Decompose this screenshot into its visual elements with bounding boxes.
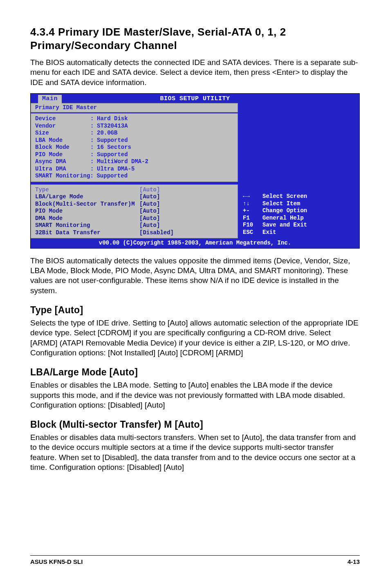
bios-panel-title: Primary IDE Master xyxy=(31,103,238,113)
bios-nav-label: Exit xyxy=(262,229,276,236)
body-lba: Enables or disables the LBA mode. Settin… xyxy=(30,380,360,410)
bios-option-row[interactable]: Type[Auto] xyxy=(35,186,233,194)
bios-option-value: [Auto] xyxy=(139,201,160,208)
bios-info-row: PIO Mode: Supported xyxy=(35,151,233,159)
bios-info-label: PIO Mode xyxy=(35,151,90,159)
bios-info-separator: : xyxy=(90,158,97,166)
bios-info-row: Device: Hard Disk xyxy=(35,115,233,123)
bios-option-label: 32Bit Data Transfer xyxy=(35,229,139,237)
bios-option-row[interactable]: SMART Monitoring[Auto] xyxy=(35,222,233,229)
bios-info-row: Block Mode: 16 Sectors xyxy=(35,144,233,151)
bios-info-label: Async DMA xyxy=(35,158,90,166)
bios-nav-label: Select Item xyxy=(262,200,300,208)
bios-nav-key: +- xyxy=(243,207,262,215)
bios-info-row: SMART Monitoring: Supported xyxy=(35,173,233,180)
bios-option-value: [Auto] xyxy=(139,208,160,215)
bios-info-value: 20.0GB xyxy=(97,130,117,137)
bios-info-separator: : xyxy=(90,144,97,151)
footer-page-number: 4-13 xyxy=(347,558,360,565)
bios-footer: v00.00 (C)Copyright 1985-2003, American … xyxy=(31,238,359,248)
bios-info-label: Size xyxy=(35,130,90,137)
bios-info-value: Ultra DMA-5 xyxy=(97,166,134,173)
bios-option-value: [Disabled] xyxy=(139,229,174,237)
bios-info-label: Device xyxy=(35,115,90,123)
heading-lba: LBA/Large Mode [Auto] xyxy=(30,367,360,378)
paragraph-dimmed-items: The BIOS automatically detects the value… xyxy=(30,256,360,296)
bios-nav-row: ESCExit xyxy=(243,229,354,236)
bios-option-value: [Auto] xyxy=(139,193,160,201)
bios-info-separator: : xyxy=(90,166,97,173)
bios-option-label: DMA Mode xyxy=(35,215,139,222)
bios-nav-row: F1General Help xyxy=(243,215,354,222)
bios-option-value: [Auto] xyxy=(139,215,160,222)
bios-nav-row: ←→Select Screen xyxy=(243,193,354,200)
bios-option-row[interactable]: PIO Mode[Auto] xyxy=(35,208,233,215)
bios-info-row: Size: 20.0GB xyxy=(35,130,233,137)
bios-info-label: Vendor xyxy=(35,123,90,130)
bios-nav-help: ←→Select Screen↑↓Select Item+-Change Opt… xyxy=(243,193,354,236)
bios-info-value: 16 Sectors xyxy=(97,144,131,151)
bios-nav-row: F10Save and Exit xyxy=(243,222,354,229)
bios-option-label: Block(Multi-Sector Transfer)M xyxy=(35,201,139,208)
bios-option-label: LBA/Large Mode xyxy=(35,193,139,201)
bios-info-separator: : xyxy=(90,130,97,137)
bios-info-separator: : xyxy=(90,123,97,130)
intro-paragraph: The BIOS automatically detects the conne… xyxy=(30,58,360,88)
body-block: Enables or disables data multi-sectors t… xyxy=(30,433,360,472)
bios-option-value: [Auto] xyxy=(139,186,160,194)
bios-option-value: [Auto] xyxy=(139,222,160,229)
bios-nav-row: ↑↓Select Item xyxy=(243,200,354,208)
bios-nav-key: ↑↓ xyxy=(243,200,262,208)
bios-info-separator: : xyxy=(90,115,97,123)
bios-info-separator: : xyxy=(90,173,96,180)
bios-info-label: LBA Mode xyxy=(35,137,90,144)
bios-nav-row: +-Change Option xyxy=(243,207,354,215)
bios-info-value: Hard Disk xyxy=(97,115,128,123)
bios-nav-key: ←→ xyxy=(243,193,262,200)
bios-info-row: LBA Mode: Supported xyxy=(35,137,233,144)
bios-options-panel: Type[Auto]LBA/Large Mode[Auto]Block(Mult… xyxy=(31,184,238,239)
bios-option-row[interactable]: DMA Mode[Auto] xyxy=(35,215,233,222)
footer-product: ASUS KFN5-D SLI xyxy=(30,558,83,565)
bios-nav-label: Change Option xyxy=(262,207,307,215)
heading-block: Block (Multi-sector Transfer) M [Auto] xyxy=(30,419,360,430)
bios-info-value: Supported xyxy=(96,173,128,180)
bios-option-row[interactable]: Block(Multi-Sector Transfer)M[Auto] xyxy=(35,201,233,208)
bios-nav-key: F10 xyxy=(243,222,262,229)
bios-info-value: Supported xyxy=(97,151,128,159)
bios-info-row: Async DMA: MultiWord DMA-2 xyxy=(35,158,233,166)
bios-info-row: Ultra DMA: Ultra DMA-5 xyxy=(35,166,233,173)
bios-info-label: Block Mode xyxy=(35,144,90,151)
bios-nav-key: F1 xyxy=(243,215,262,222)
bios-info-separator: : xyxy=(90,137,97,144)
bios-option-row[interactable]: LBA/Large Mode[Auto] xyxy=(35,193,233,201)
section-heading: 4.3.4 Primary IDE Master/Slave, Serial-A… xyxy=(30,25,360,52)
bios-info-value: MultiWord DMA-2 xyxy=(97,158,148,166)
bios-nav-label: General Help xyxy=(262,215,304,222)
bios-utility-title: BIOS SETUP UTILITY xyxy=(160,95,230,102)
bios-nav-key: ESC xyxy=(243,229,262,236)
body-type: Selects the type of IDE drive. Setting t… xyxy=(30,318,360,358)
bios-info-value: Supported xyxy=(97,137,128,144)
bios-option-row[interactable]: 32Bit Data Transfer[Disabled] xyxy=(35,229,233,237)
bios-option-label: SMART Monitoring xyxy=(35,222,139,229)
bios-title-bar: BIOS SETUP UTILITY Main xyxy=(31,94,359,103)
bios-info-separator: : xyxy=(90,151,97,159)
bios-option-label: Type xyxy=(35,186,139,194)
bios-nav-label: Save and Exit xyxy=(262,222,307,229)
bios-device-info-panel: Device: Hard DiskVendor: ST320413ASize: … xyxy=(31,113,238,182)
bios-tab-main[interactable]: Main xyxy=(38,95,62,103)
bios-screenshot: BIOS SETUP UTILITY Main Primary IDE Mast… xyxy=(30,93,360,249)
bios-info-row: Vendor: ST320413A xyxy=(35,123,233,130)
bios-info-label: SMART Monitoring xyxy=(35,173,90,180)
bios-info-label: Ultra DMA xyxy=(35,166,90,173)
bios-nav-label: Select Screen xyxy=(262,193,307,200)
bios-option-label: PIO Mode xyxy=(35,208,139,215)
heading-type: Type [Auto] xyxy=(30,305,360,316)
bios-info-value: ST320413A xyxy=(97,123,128,130)
